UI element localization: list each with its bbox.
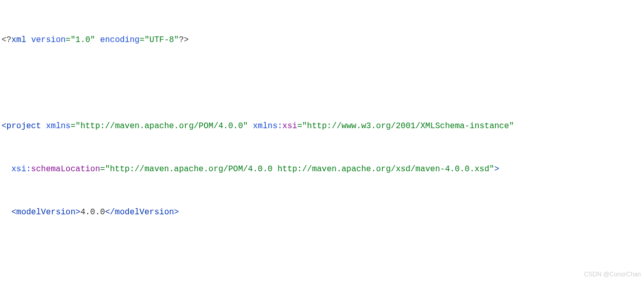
xml-declaration: <?xml version="1.0" encoding="UTF-8"?>: [2, 33, 642, 47]
modelversion-element: <modelVersion>4.0.0</modelVersion>: [2, 205, 642, 219]
project-open-line-1: <project xmlns="http://maven.apache.org/…: [2, 119, 642, 133]
blank-line: [2, 76, 642, 90]
blank-line: [2, 248, 642, 263]
code-editor[interactable]: <?xml version="1.0" encoding="UTF-8"?> <…: [0, 0, 644, 282]
watermark: CSDN @ConorChan: [584, 269, 641, 280]
project-open-line-2: xsi:schemaLocation="http://maven.apache.…: [2, 162, 642, 176]
